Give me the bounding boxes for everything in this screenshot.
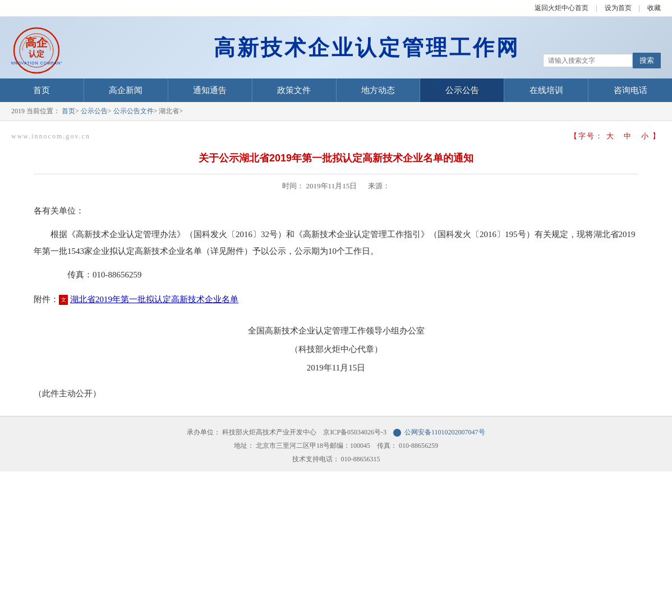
logo-icon: 高企 认定 INNOVATION COMPANY bbox=[11, 25, 56, 70]
article-title: 关于公示湖北省2019年第一批拟认定高新技术企业名单的通知 bbox=[34, 151, 638, 165]
article: 关于公示湖北省2019年第一批拟认定高新技术企业名单的通知 时间： 2019年1… bbox=[11, 146, 661, 410]
search-input[interactable] bbox=[543, 54, 633, 67]
main-nav: 首页 高企新闻 通知通告 政策文件 地方动态 公示公告 在线培训 咨询电话 bbox=[0, 78, 672, 102]
nav-announcement[interactable]: 公示公告 bbox=[420, 78, 504, 102]
set-homepage-link[interactable]: 设为首页 bbox=[605, 4, 632, 12]
article-meta: 时间： 2019年11月15日 来源： bbox=[34, 181, 638, 191]
tech-support: 010-88656315 bbox=[341, 455, 380, 463]
attachment-label: 附件： bbox=[34, 294, 59, 305]
attachment-link-text[interactable]: 湖北省2019年第一批拟认定高新技术企业名单 bbox=[70, 294, 238, 305]
doc-icon: 文 bbox=[59, 295, 68, 305]
nav-notice[interactable]: 通知通告 bbox=[168, 78, 252, 102]
tech-support-label: 技术支持电话： bbox=[292, 455, 339, 463]
font-size-medium[interactable]: 中 bbox=[624, 132, 632, 140]
font-size-large[interactable]: 大 bbox=[606, 132, 615, 140]
breadcrumb: 2019 当前位置： 首页> 公示公告> 公示公告文件> 湖北省> bbox=[0, 102, 672, 121]
nav-training[interactable]: 在线培训 bbox=[504, 78, 588, 102]
police-icon bbox=[393, 429, 401, 437]
font-size-controls: 【字号： 大 中 小 】 bbox=[570, 131, 661, 141]
nav-home[interactable]: 首页 bbox=[0, 78, 84, 102]
top-bar: 返回火炬中心首页 | 设为首页 | 收藏 bbox=[0, 0, 672, 17]
search-area: 搜索 bbox=[543, 53, 661, 68]
nav-policy[interactable]: 政策文件 bbox=[252, 78, 337, 102]
public-notice: （此件主动公开） bbox=[34, 388, 638, 399]
attachment-link[interactable]: 文 湖北省2019年第一批拟认定高新技术企业名单 bbox=[59, 294, 238, 305]
nav-consult[interactable]: 咨询电话 bbox=[588, 78, 672, 102]
font-size-end: 】 bbox=[652, 132, 661, 140]
watermark-url: www.innocom.gov.cn bbox=[11, 132, 90, 141]
signature-area: 全国高新技术企业认定管理工作领导小组办公室 （科技部火炬中心代章） 2019年1… bbox=[34, 322, 638, 377]
content-area: www.innocom.gov.cn 【字号： 大 中 小 】 关于公示湖北省2… bbox=[0, 121, 672, 416]
svg-text:INNOVATION COMPANY: INNOVATION COMPANY bbox=[11, 61, 62, 65]
breadcrumb-announcement-files[interactable]: 公示公告文件 bbox=[113, 107, 154, 115]
breadcrumb-home[interactable]: 首页 bbox=[62, 107, 75, 115]
breadcrumb-year: 2019 bbox=[11, 107, 25, 115]
breadcrumb-label: 当前位置： bbox=[26, 107, 60, 115]
meta-time-label: 时间： bbox=[282, 182, 304, 190]
sep2: | bbox=[639, 4, 640, 12]
footer: 承办单位： 科技部火炬高技术产业开发中心 京ICP备05034026号-3 公网… bbox=[0, 416, 672, 471]
icp: 京ICP备05034026号-3 bbox=[323, 428, 386, 436]
sep1: | bbox=[596, 4, 597, 12]
watermark-bar: www.innocom.gov.cn 【字号： 大 中 小 】 bbox=[11, 127, 661, 146]
footer-line3: 技术支持电话： 010-88656315 bbox=[0, 452, 672, 466]
breadcrumb-announcement[interactable]: 公示公告 bbox=[81, 107, 108, 115]
logo-area: 高企 认定 INNOVATION COMPANY bbox=[11, 25, 56, 70]
footer-line2: 地址： 北京市三里河二区甲18号邮编：100045 传真： 010-886562… bbox=[0, 439, 672, 452]
meta-source-label: 来源： bbox=[368, 182, 390, 190]
body-greeting: 各有关单位： bbox=[34, 202, 638, 219]
body-fax: 传真：010-88656259 bbox=[34, 266, 638, 283]
favorite-link[interactable]: 收藏 bbox=[647, 4, 661, 12]
fax-label: 传真： bbox=[377, 442, 397, 450]
article-body: 各有关单位： 根据《高新技术企业认定管理办法》（国科发火〔2016〕32号）和《… bbox=[34, 202, 638, 283]
footer-line1: 承办单位： 科技部火炬高技术产业开发中心 京ICP备05034026号-3 公网… bbox=[0, 425, 672, 439]
font-size-small[interactable]: 小 bbox=[641, 132, 650, 140]
attachment-line: 附件： 文 湖北省2019年第一批拟认定高新技术企业名单 bbox=[34, 294, 638, 305]
sponsor-label: 承办单位： bbox=[187, 428, 220, 436]
breadcrumb-province: 湖北省 bbox=[159, 107, 179, 115]
police-link[interactable]: 公网安备11010202007047号 bbox=[404, 428, 485, 436]
search-button[interactable]: 搜索 bbox=[633, 53, 661, 68]
fax: 010-88656259 bbox=[399, 442, 438, 450]
svg-text:认定: 认定 bbox=[29, 49, 44, 58]
font-size-label: 【字号： bbox=[570, 132, 604, 140]
meta-time: 2019年11月15日 bbox=[306, 182, 357, 190]
signature-date: 2019年11月15日 bbox=[34, 359, 638, 377]
sponsor: 科技部火炬高技术产业开发中心 bbox=[222, 428, 316, 436]
body-paragraph1: 根据《高新技术企业认定管理办法》（国科发火〔2016〕32号）和《高新技术企业认… bbox=[34, 226, 638, 260]
article-divider bbox=[34, 174, 638, 174]
signature-line1: 全国高新技术企业认定管理工作领导小组办公室 bbox=[34, 322, 638, 340]
address-label: 地址： bbox=[234, 442, 254, 450]
header: 高企 认定 INNOVATION COMPANY 高新技术企业认定管理工作网 搜… bbox=[0, 17, 672, 78]
nav-news[interactable]: 高企新闻 bbox=[84, 78, 168, 102]
return-homepage-link[interactable]: 返回火炬中心首页 bbox=[535, 4, 588, 12]
nav-local[interactable]: 地方动态 bbox=[337, 78, 421, 102]
signature-line2: （科技部火炬中心代章） bbox=[34, 340, 638, 359]
address: 北京市三里河二区甲18号邮编：100045 bbox=[256, 442, 370, 450]
